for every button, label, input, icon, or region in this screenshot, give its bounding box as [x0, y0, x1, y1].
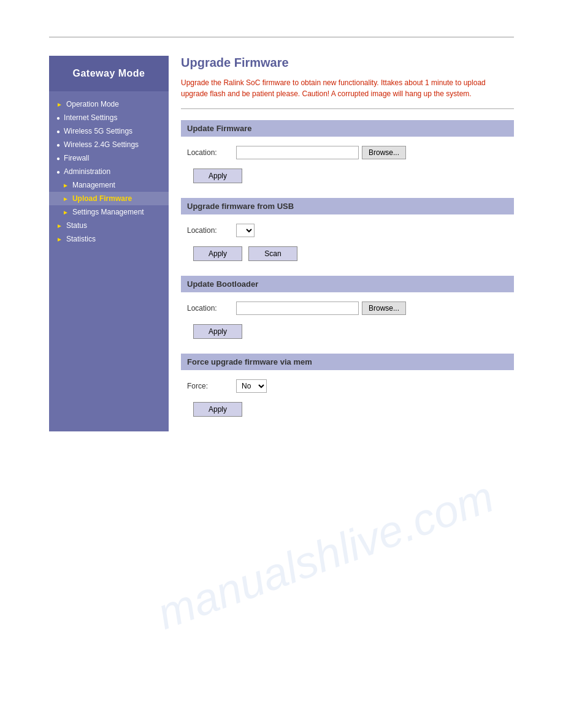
bootloader-location-input[interactable] [236, 301, 359, 315]
firmware-apply-row: Apply [181, 166, 514, 186]
usb-apply-button[interactable]: Apply [193, 246, 242, 261]
section-header-upgrade-usb: Upgrade firmware from USB [181, 198, 514, 214]
section-header-update-firmware: Update Firmware [181, 120, 514, 137]
usb-scan-button[interactable]: Scan [248, 246, 297, 261]
bootloader-apply-row: Apply [181, 322, 514, 341]
arrow-icon: ► [63, 195, 69, 202]
watermark: manualshlive.com [151, 471, 500, 639]
sidebar-item-wireless-24g[interactable]: ● Wireless 2.4G Settings [49, 138, 169, 151]
force-apply-row: Apply [181, 400, 514, 419]
usb-location-select[interactable] [236, 224, 255, 237]
sidebar-item-statistics[interactable]: ► Statistics [49, 232, 169, 246]
firmware-location-input[interactable] [236, 146, 359, 159]
bullet-icon: ● [56, 115, 60, 121]
arrow-icon: ► [63, 182, 69, 189]
bootloader-location-row: Location: Browse... [181, 298, 514, 318]
arrow-icon: ► [56, 222, 63, 229]
top-divider [49, 37, 514, 37]
sidebar-item-administration[interactable]: ● Administration [49, 165, 169, 178]
sidebar: Gateway Mode ► Operation Mode ● Internet… [49, 56, 169, 431]
usb-location-row: Location: [181, 221, 514, 240]
section-force-upgrade: Force upgrade firmware via mem Force: No… [181, 354, 514, 419]
page-title: Upgrade Firmware [181, 56, 514, 70]
bootloader-apply-button[interactable]: Apply [193, 324, 242, 339]
bootloader-browse-button[interactable]: Browse... [362, 301, 406, 315]
sidebar-item-settings-management[interactable]: ► Settings Management [49, 205, 169, 219]
usb-button-row: Apply Scan [181, 244, 514, 264]
firmware-browse-button[interactable]: Browse... [362, 146, 406, 159]
section-header-bootloader: Update Bootloader [181, 276, 514, 292]
sidebar-title: Gateway Mode [49, 56, 169, 91]
bootloader-location-label: Location: [187, 304, 236, 313]
firmware-apply-button[interactable]: Apply [193, 169, 242, 183]
firmware-location-row: Location: Browse... [181, 143, 514, 162]
section-update-firmware: Update Firmware Location: Browse... Appl… [181, 120, 514, 186]
bullet-icon: ● [56, 155, 60, 162]
arrow-icon: ► [56, 101, 63, 108]
force-select[interactable]: No Yes [236, 379, 267, 393]
sidebar-nav: ► Operation Mode ● Internet Settings ● W… [49, 91, 169, 252]
content-divider [181, 108, 514, 109]
sidebar-item-status[interactable]: ► Status [49, 219, 169, 232]
main-content: Upgrade Firmware Upgrade the Ralink SoC … [181, 56, 514, 431]
firmware-location-label: Location: [187, 148, 236, 157]
section-upgrade-usb: Upgrade firmware from USB Location: Appl… [181, 198, 514, 264]
sidebar-item-firewall[interactable]: ● Firewall [49, 151, 169, 165]
sidebar-item-upload-firmware[interactable]: ► Upload Firmware [49, 192, 169, 205]
page-description: Upgrade the Ralink SoC firmware to obtai… [181, 77, 514, 99]
section-header-force-upgrade: Force upgrade firmware via mem [181, 354, 514, 370]
bullet-icon: ● [56, 128, 60, 135]
force-label: Force: [187, 382, 236, 390]
sidebar-item-management[interactable]: ► Management [49, 178, 169, 192]
bullet-icon: ● [56, 142, 60, 148]
sidebar-item-internet-settings[interactable]: ● Internet Settings [49, 111, 169, 124]
usb-location-label: Location: [187, 226, 236, 235]
arrow-icon: ► [56, 236, 63, 243]
section-update-bootloader: Update Bootloader Location: Browse... Ap… [181, 276, 514, 341]
bullet-icon: ● [56, 169, 60, 175]
sidebar-item-wireless-5g[interactable]: ● Wireless 5G Settings [49, 124, 169, 138]
arrow-icon: ► [63, 209, 69, 216]
force-apply-button[interactable]: Apply [193, 402, 242, 417]
force-row: Force: No Yes [181, 376, 514, 396]
sidebar-item-operation-mode[interactable]: ► Operation Mode [49, 97, 169, 111]
